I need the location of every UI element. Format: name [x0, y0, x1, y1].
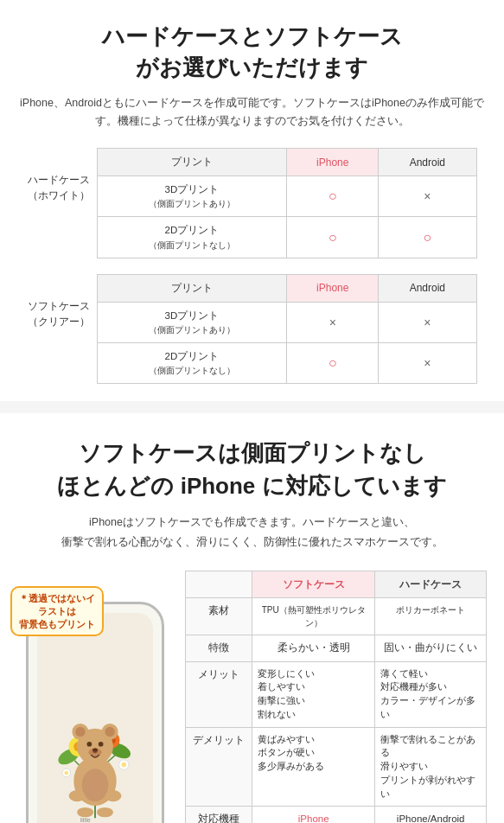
svg-point-23	[99, 742, 104, 747]
hard-print-1: 3Dプリント（側面プリントあり）	[97, 176, 287, 217]
table-row: 2Dプリント（側面プリントなし） ○ ○	[97, 217, 476, 258]
label-merit: メリット	[186, 661, 252, 727]
soft-android-2: ×	[379, 342, 476, 383]
svg-point-31	[97, 807, 113, 817]
svg-point-21	[105, 727, 114, 737]
section2-desc: iPhoneはソフトケースでも作成できます。ハードケースと違い、 衝撃で割れる心…	[17, 513, 487, 552]
soft-merit: 変形しにくい着しやすい衝撃に強い割れない	[252, 661, 375, 727]
svg-point-19	[75, 727, 85, 737]
soft-iphone-1: ×	[287, 302, 379, 342]
soft-android-1: ×	[379, 302, 476, 342]
col-hard-header: ハードケース	[375, 571, 487, 598]
hard-iphone-2: ○	[287, 217, 379, 258]
hard-material: ポリカーボネート	[375, 598, 487, 635]
svg-point-22	[87, 742, 93, 747]
table-row: 素材 TPU（熱可塑性ポリウレタン） ポリカーボネート	[186, 598, 487, 635]
soft-feature: 柔らかい・透明	[252, 635, 375, 661]
hard-android-1: ×	[379, 176, 476, 217]
svg-text:little: little	[80, 817, 91, 822]
tables-wrap: ハードケース（ホワイト） プリント iPhone Android 3Dプリント（…	[17, 148, 487, 384]
soft-case-label: ソフトケース（クリアー）	[28, 274, 90, 329]
soft-print-1: 3Dプリント（側面プリントあり）	[97, 302, 287, 342]
section2: ソフトケースは側面プリントなし ほとんどの iPhone に対応しています iP…	[0, 413, 504, 823]
hard-merit: 薄くて軽い対応機種が多いカラー・デザインが多い	[375, 661, 487, 727]
label-demerit: デメリット	[186, 727, 252, 807]
soft-material: TPU（熱可塑性ポリウレタン）	[252, 598, 375, 635]
col-print-header1: プリント	[97, 149, 287, 176]
phone-wrap: ＊透過ではないイラストは背景色もプリント	[17, 571, 173, 823]
table-row: 対応機種 iPhone iPhone/Android	[186, 807, 487, 823]
floral-bear-illustration: little miku	[43, 658, 147, 822]
section2-title: ソフトケースは側面プリントなし ほとんどの iPhone に対応しています	[17, 437, 487, 502]
soft-case-table: プリント iPhone Android 3Dプリント（側面プリントあり） × ×…	[97, 274, 477, 384]
svg-point-28	[69, 790, 86, 801]
right-panel: ソフトケース ハードケース 素材 TPU（熱可塑性ポリウレタン） ポリカーボネー…	[185, 571, 487, 823]
label-models: 対応機種	[186, 807, 252, 823]
compare-empty-header	[186, 571, 252, 598]
table-row: 2Dプリント（側面プリントなし） ○ ×	[97, 342, 476, 383]
hard-iphone-1: ○	[287, 176, 379, 217]
col-print-header2: プリント	[97, 274, 287, 302]
hard-print-2: 2Dプリント（側面プリントなし）	[97, 217, 287, 258]
col-soft-header: ソフトケース	[252, 571, 375, 598]
svg-point-26	[93, 749, 98, 752]
section1-title: ハードケースとソフトケース がお選びいただけます	[17, 21, 487, 84]
svg-point-29	[105, 790, 121, 801]
label-feature: 特徴	[186, 635, 252, 661]
table-row: デメリット 黄ばみやすいボタンが硬い多少厚みがある 衝撃で割れることがある滑りや…	[186, 727, 487, 807]
hard-case-table: プリント iPhone Android 3Dプリント（側面プリントあり） ○ ×…	[97, 148, 477, 258]
hard-android-2: ○	[379, 217, 476, 258]
section1: ハードケースとソフトケース がお選びいただけます iPhone、Androidと…	[0, 0, 504, 401]
phone-screen: little miku	[37, 613, 153, 823]
annotation-bubble: ＊透過ではないイラストは背景色もプリント	[10, 586, 104, 636]
soft-case-block: ソフトケース（クリアー） プリント iPhone Android 3Dプリント（…	[28, 274, 477, 384]
hard-case-label: ハードケース（ホワイト）	[28, 148, 90, 203]
soft-demerit: 黄ばみやすいボタンが硬い多少厚みがある	[252, 727, 375, 807]
hard-models: iPhone/Android	[375, 807, 487, 823]
section-divider	[0, 401, 504, 413]
table-row: 3Dプリント（側面プリントあり） ○ ×	[97, 176, 476, 217]
hard-demerit: 衝撃で割れることがある滑りやすいプリントが剥がれやすい	[375, 727, 487, 807]
label-material: 素材	[186, 598, 252, 635]
table-row: 特徴 柔らかい・透明 固い・曲がりにくい	[186, 635, 487, 661]
table-row: 3Dプリント（側面プリントあり） × ×	[97, 302, 476, 342]
soft-iphone-2: ○	[287, 342, 379, 383]
hard-case-block: ハードケース（ホワイト） プリント iPhone Android 3Dプリント（…	[28, 148, 477, 258]
col-iphone-header2: iPhone	[287, 274, 379, 302]
svg-point-30	[77, 807, 93, 817]
section1-desc: iPhone、Androidともにハードケースを作成可能です。ソフトケースはiP…	[17, 94, 487, 131]
svg-point-15	[64, 771, 68, 775]
soft-print-2: 2Dプリント（側面プリントなし）	[97, 342, 287, 383]
col-iphone-header1: iPhone	[287, 149, 379, 176]
table-row: メリット 変形しにくい着しやすい衝撃に強い割れない 薄くて軽い対応機種が多いカラ…	[186, 661, 487, 727]
col-android-header1: Android	[379, 149, 476, 176]
section2-content: ＊透過ではないイラストは背景色もプリント	[17, 571, 487, 823]
soft-models: iPhone	[252, 807, 375, 823]
col-android-header2: Android	[379, 274, 476, 302]
svg-point-13	[121, 762, 126, 768]
svg-point-27	[82, 769, 108, 802]
compare-table: ソフトケース ハードケース 素材 TPU（熱可塑性ポリウレタン） ポリカーボネー…	[185, 571, 487, 823]
hard-feature: 固い・曲がりにくい	[375, 635, 487, 661]
